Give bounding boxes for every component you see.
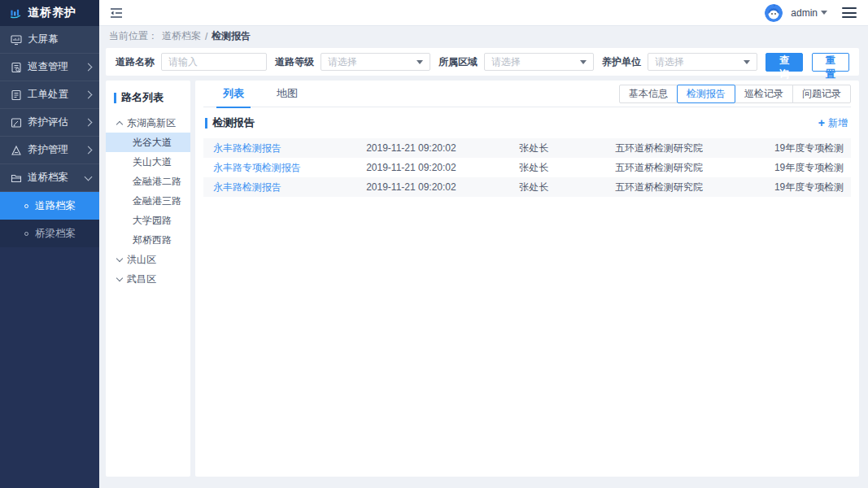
- tree-group-hongshan[interactable]: 洪山区: [106, 250, 190, 269]
- search-button[interactable]: 查询: [765, 53, 803, 72]
- filter-road-level: 道路等级 请选择: [275, 53, 430, 71]
- bullet-icon: [24, 204, 28, 208]
- add-button[interactable]: + 新增: [818, 116, 851, 130]
- user-menu[interactable]: admin: [791, 7, 827, 19]
- report-link[interactable]: 永丰路检测报告: [213, 181, 366, 194]
- chevron-right-icon: [85, 91, 93, 99]
- hamburger-menu-icon[interactable]: [842, 7, 857, 18]
- table-row: 永丰路检测报告 2019-11-21 09:20:02 张处长 五环道桥检测研究…: [203, 138, 851, 158]
- chevron-up-icon: [116, 120, 123, 127]
- maintenance-unit-select[interactable]: 请选择: [648, 53, 757, 71]
- app-title: 道桥养护: [28, 6, 76, 20]
- tree-group-wuchang[interactable]: 武昌区: [106, 269, 190, 289]
- view-btn-basic-info[interactable]: 基本信息: [619, 85, 678, 103]
- filter-label: 养护单位: [602, 55, 641, 69]
- view-btn-patrol-record[interactable]: 巡检记录: [735, 85, 793, 103]
- tree-leaf-road[interactable]: 金融港三路: [106, 191, 190, 211]
- sidebar-item-inspection[interactable]: 巡查管理: [0, 54, 99, 81]
- reset-button[interactable]: 重置: [812, 53, 849, 72]
- road-list-title: 路名列表: [106, 90, 190, 105]
- report-table: 永丰路检测报告 2019-11-21 09:20:02 张处长 五环道桥检测研究…: [203, 138, 851, 197]
- sidebar-item-label: 道桥档案: [28, 171, 80, 185]
- chevron-right-icon: [85, 63, 93, 72]
- avatar[interactable]: [765, 4, 783, 22]
- tab-list[interactable]: 列表: [210, 81, 257, 107]
- sidebar-item-label: 养护评估: [28, 115, 80, 129]
- body-row: 路名列表 东湖高新区 光谷大道 关山大道 金融港二路 金融港三路 大学园路 郑桥…: [106, 81, 859, 477]
- sidebar-filler: [0, 247, 99, 488]
- add-button-label: 新增: [828, 116, 848, 130]
- tree-leaf-road[interactable]: 光谷大道: [106, 133, 190, 152]
- road-tree: 东湖高新区 光谷大道 关山大道 金融港二路 金融港三路 大学园路 郑桥西路 洪山…: [106, 113, 190, 289]
- view-btn-inspection-report[interactable]: 检测报告: [677, 85, 735, 103]
- report-link[interactable]: 永丰路检测报告: [213, 142, 366, 155]
- cell-person: 张处长: [519, 161, 615, 175]
- cell-person: 张处长: [519, 142, 615, 155]
- tree-leaf-road[interactable]: 关山大道: [106, 152, 190, 172]
- submenu-item-label: 桥梁档案: [35, 227, 76, 241]
- breadcrumb-current: 检测报告: [212, 29, 251, 43]
- select-placeholder: 请选择: [491, 55, 521, 69]
- bullet-icon: [24, 232, 28, 236]
- cell-type: 19年度专项检测: [774, 161, 851, 175]
- breadcrumb-separator: /: [205, 31, 207, 42]
- sidebar: 道桥养护 大屏幕 巡查管理 工单处置: [0, 0, 99, 488]
- maintenance-icon: [10, 144, 22, 156]
- view-button-group: 基本信息 检测报告 巡检记录 问题记录: [619, 85, 851, 103]
- tree-leaf-road[interactable]: 大学园路: [106, 211, 190, 230]
- caret-down-icon: [821, 11, 827, 15]
- section-title: 检测报告: [205, 115, 255, 130]
- cell-organization: 五环道桥检测研究院: [615, 142, 774, 155]
- region-select[interactable]: 请选择: [484, 53, 594, 71]
- cell-organization: 五环道桥检测研究院: [615, 161, 774, 175]
- road-level-select[interactable]: 请选择: [321, 53, 430, 71]
- chevron-right-icon: [85, 119, 93, 127]
- tree-leaf-road[interactable]: 金融港二路: [106, 172, 190, 191]
- evaluation-icon: [10, 116, 22, 129]
- sidebar-item-archives[interactable]: 道桥档案: [0, 164, 99, 192]
- username-label: admin: [791, 7, 818, 19]
- sidebar-item-label: 巡查管理: [28, 60, 80, 74]
- sidebar-item-bridge-archive[interactable]: 桥梁档案: [0, 220, 99, 247]
- logo-icon: [10, 7, 22, 20]
- tab-map[interactable]: 地图: [264, 81, 311, 107]
- road-name-input[interactable]: [161, 53, 267, 71]
- sidebar-item-big-screen[interactable]: 大屏幕: [0, 26, 99, 54]
- view-btn-issue-record[interactable]: 问题记录: [792, 85, 851, 103]
- select-placeholder: 请选择: [328, 55, 357, 69]
- filter-maintenance-unit: 养护单位 请选择: [602, 53, 757, 71]
- report-link[interactable]: 永丰路专项检测报告: [213, 161, 366, 175]
- sidebar-item-label: 养护管理: [28, 143, 80, 157]
- main-panel: 列表 地图 基本信息 检测报告 巡检记录 问题记录 检测报告: [195, 81, 859, 477]
- sidebar-item-maintenance[interactable]: 养护管理: [0, 137, 99, 164]
- screen-icon: [10, 33, 22, 46]
- filter-road-name: 道路名称: [116, 53, 267, 71]
- table-row: 永丰路检测报告 2019-11-21 09:20:02 张处长 五环道桥检测研究…: [203, 177, 851, 197]
- cell-datetime: 2019-11-21 09:20:02: [366, 181, 519, 193]
- panel-title-text: 路名列表: [121, 90, 164, 105]
- plus-icon: +: [818, 117, 825, 129]
- cell-datetime: 2019-11-21 09:20:02: [366, 162, 519, 173]
- select-placeholder: 请选择: [655, 55, 684, 69]
- title-accent-bar: [205, 118, 207, 129]
- breadcrumb-parent[interactable]: 道桥档案: [162, 29, 201, 43]
- table-row: 永丰路专项检测报告 2019-11-21 09:20:02 张处长 五环道桥检测…: [203, 158, 851, 177]
- breadcrumb: 当前位置： 道桥档案 / 检测报告: [99, 26, 868, 46]
- tree-group-label: 武昌区: [127, 272, 156, 286]
- filter-label: 所属区域: [438, 55, 478, 69]
- tree-leaf-road[interactable]: 郑桥西路: [106, 230, 190, 250]
- tree-group-donghu[interactable]: 东湖高新区: [106, 113, 190, 133]
- caret-down-icon: [580, 60, 587, 64]
- topbar: admin: [99, 0, 868, 26]
- sidebar-item-label: 大屏幕: [28, 33, 91, 46]
- sidebar-item-work-order[interactable]: 工单处置: [0, 81, 99, 109]
- app-logo: 道桥养护: [0, 0, 99, 26]
- sidebar-menu: 大屏幕 巡查管理 工单处置 养护评估: [0, 26, 99, 247]
- app-window: 道桥养护 大屏幕 巡查管理 工单处置: [0, 0, 868, 488]
- tabs-row: 列表 地图 基本信息 检测报告 巡检记录 问题记录: [203, 81, 851, 107]
- sidebar-item-road-archive[interactable]: 道路档案: [0, 192, 99, 220]
- menu-fold-icon[interactable]: [107, 4, 125, 22]
- section-header: 检测报告 + 新增: [203, 107, 851, 138]
- chevron-down-icon: [116, 255, 123, 261]
- sidebar-item-evaluation[interactable]: 养护评估: [0, 109, 99, 137]
